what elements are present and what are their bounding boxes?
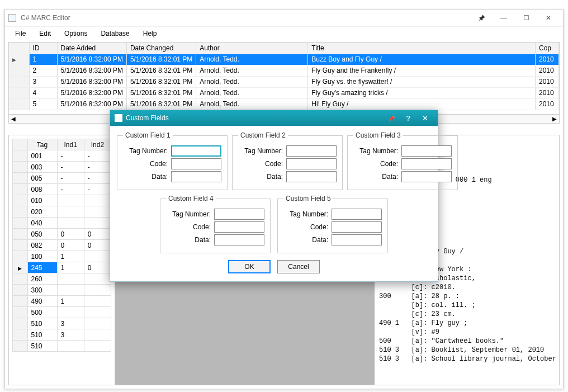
- ind1-cell: 1: [57, 262, 84, 273]
- ind1-cell: [57, 273, 84, 285]
- tag-row[interactable]: 020: [13, 206, 111, 218]
- dialog-pin-button[interactable]: [383, 114, 400, 122]
- ind1-cell: 3: [57, 318, 84, 329]
- tag-row[interactable]: 5103: [13, 318, 111, 329]
- menu-file[interactable]: File: [8, 28, 32, 39]
- col-id[interactable]: ID: [29, 42, 57, 54]
- tag-cell: 510: [27, 329, 57, 341]
- tag-cell: 100: [27, 251, 57, 262]
- menu-database[interactable]: Database: [94, 28, 136, 39]
- cf5-code-label: Code:: [283, 223, 328, 231]
- tag-col-ind1[interactable]: Ind1: [57, 139, 84, 150]
- maximize-button[interactable]: [515, 10, 537, 26]
- minimize-button[interactable]: [493, 10, 515, 26]
- col-date-added[interactable]: Date Added: [57, 42, 126, 54]
- col-date-changed[interactable]: Date Changed: [126, 42, 196, 54]
- ind2-cell: -: [84, 173, 111, 184]
- cf5-code-input[interactable]: [332, 221, 382, 233]
- tag-row[interactable]: 510: [13, 341, 111, 352]
- tag-cell: 510: [27, 341, 57, 352]
- tag-row[interactable]: 4901: [13, 296, 111, 307]
- menu-help[interactable]: Help: [136, 28, 164, 39]
- ok-button[interactable]: OK: [228, 260, 271, 273]
- cf2-data-input[interactable]: [286, 171, 337, 182]
- table-row[interactable]: 35/1/2016 8:32:00 PM5/1/2016 8:32:01 PMA…: [9, 76, 559, 87]
- ind1-cell: -: [57, 150, 84, 162]
- tag-row[interactable]: 05000: [13, 229, 111, 240]
- cf1-code-input[interactable]: [171, 158, 221, 169]
- cf3-data-label: Data:: [353, 173, 398, 181]
- cf5-data-input[interactable]: [332, 234, 382, 245]
- dialog-titlebar[interactable]: Custom Fields: [110, 110, 438, 126]
- table-row[interactable]: 55/1/2016 8:32:00 PM5/1/2016 8:32:01 PMA…: [9, 98, 559, 110]
- cf4-data-input[interactable]: [214, 234, 264, 245]
- custom-field-1-group: Custom Field 1 Tag Number: Code: Data:: [117, 131, 228, 190]
- cell-id: 5: [29, 98, 57, 110]
- table-row[interactable]: 15/1/2016 8:32:00 PM5/1/2016 8:32:01 PMA…: [9, 54, 559, 65]
- tag-row[interactable]: 08200: [13, 240, 111, 251]
- cf2-code-input[interactable]: [286, 158, 337, 169]
- tag-row[interactable]: 500: [13, 307, 111, 318]
- menu-options[interactable]: Options: [58, 28, 94, 39]
- cf2-tag-label: Tag Number:: [238, 147, 283, 155]
- cf3-tag-input[interactable]: [401, 145, 452, 157]
- ind2-cell: [84, 285, 111, 296]
- cf1-tag-input[interactable]: [171, 145, 221, 157]
- tag-row[interactable]: 260: [13, 273, 111, 285]
- pin-button[interactable]: [470, 10, 493, 26]
- records-grid[interactable]: ID Date Added Date Changed Author Title …: [8, 42, 560, 115]
- tag-col-tag[interactable]: Tag: [27, 139, 57, 150]
- cf4-tag-input[interactable]: [214, 209, 264, 220]
- cf4-code-label: Code:: [166, 223, 211, 231]
- cf4-code-input[interactable]: [214, 221, 264, 233]
- tag-row[interactable]: 005--: [13, 173, 111, 184]
- tag-row[interactable]: 010: [13, 195, 111, 206]
- tag-row[interactable]: 008--: [13, 184, 111, 195]
- dialog-close-button[interactable]: [416, 114, 433, 122]
- ind1-cell: 0: [57, 229, 84, 240]
- ind2-cell: 0: [84, 229, 111, 240]
- cf3-code-input[interactable]: [401, 158, 452, 169]
- tag-row[interactable]: 5103: [13, 329, 111, 341]
- cell-author: Arnold, Tedd.: [196, 87, 308, 98]
- cf2-tag-input[interactable]: [286, 145, 337, 157]
- scroll-left-icon[interactable]: ◀: [9, 116, 18, 122]
- cell-changed: 5/1/2016 8:32:01 PM: [126, 76, 196, 87]
- tag-cell: 020: [27, 206, 57, 218]
- close-button[interactable]: [537, 10, 560, 26]
- col-copyright[interactable]: Cop: [536, 42, 559, 54]
- dialog-help-button[interactable]: [400, 114, 416, 122]
- tag-row[interactable]: 300: [13, 285, 111, 296]
- table-row[interactable]: 45/1/2016 8:32:00 PM5/1/2016 8:32:01 PMA…: [9, 87, 559, 98]
- tag-col-ind2[interactable]: Ind2: [84, 139, 111, 150]
- current-tag-indicator-icon: ▶: [18, 266, 22, 271]
- cf1-data-input[interactable]: [171, 171, 221, 182]
- ind1-cell: -: [57, 173, 84, 184]
- cf3-data-input[interactable]: [401, 171, 452, 182]
- tag-row[interactable]: 1001: [13, 251, 111, 262]
- cf2-code-label: Code:: [238, 160, 283, 168]
- table-row[interactable]: 25/1/2016 8:32:00 PM5/1/2016 8:32:01 PMA…: [9, 65, 559, 76]
- tag-row[interactable]: 003--: [13, 162, 111, 173]
- col-title[interactable]: Title: [308, 42, 536, 54]
- custom-field-2-group: Custom Field 2 Tag Number: Code: Data:: [232, 131, 343, 190]
- pin-icon: [388, 114, 395, 122]
- ind2-cell: -: [84, 162, 111, 173]
- tag-row[interactable]: ▶24510: [13, 262, 111, 273]
- tag-row[interactable]: 001--: [13, 150, 111, 162]
- close-icon: [422, 114, 428, 122]
- col-author[interactable]: Author: [196, 42, 308, 54]
- cell-id: 4: [29, 87, 57, 98]
- dialog-title: Custom Fields: [126, 114, 383, 122]
- scroll-right-icon[interactable]: ▶: [550, 116, 559, 122]
- ind2-cell: [84, 218, 111, 229]
- cell-copy: 2010: [536, 98, 559, 110]
- tag-row[interactable]: 040: [13, 218, 111, 229]
- cell-added: 5/1/2016 8:32:00 PM: [57, 76, 126, 87]
- cancel-button[interactable]: Cancel: [277, 260, 320, 273]
- cf5-tag-input[interactable]: [332, 209, 382, 220]
- ind2-cell: 0: [84, 240, 111, 251]
- menu-edit[interactable]: Edit: [32, 28, 58, 39]
- cell-copy: 2010: [536, 54, 559, 65]
- tags-panel[interactable]: Tag Ind1 Ind2 001--003--005--008--010020…: [9, 135, 115, 385]
